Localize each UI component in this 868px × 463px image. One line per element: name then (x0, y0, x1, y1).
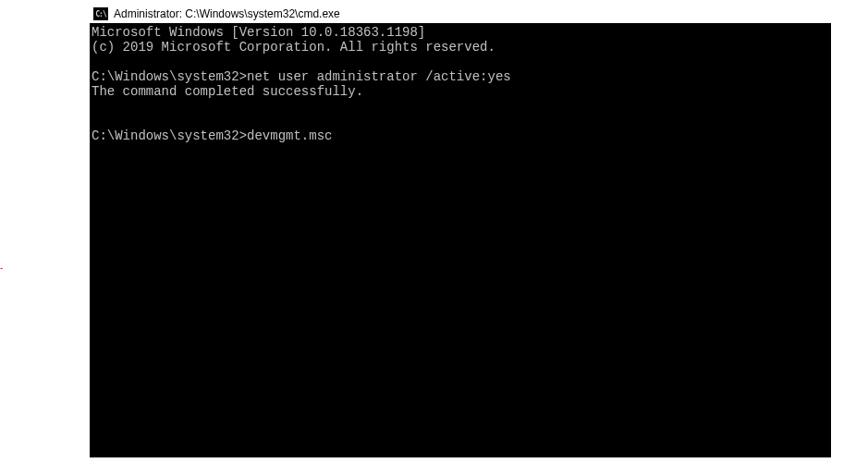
cmd-window: C:\ Administrator: C:\Windows\system32\c… (90, 5, 831, 457)
titlebar[interactable]: C:\ Administrator: C:\Windows\system32\c… (90, 5, 831, 23)
window-title: Administrator: C:\Windows\system32\cmd.e… (114, 7, 340, 20)
console-version-line: Microsoft Windows [Version 10.0.18363.11… (92, 25, 425, 40)
console-prompt: C:\Windows\system32> (92, 128, 247, 143)
console-command: devmgmt.msc (247, 128, 332, 143)
console-command: net user administrator /active:yes (247, 69, 511, 84)
console-result: The command completed successfully. (92, 84, 363, 99)
console-copyright-line: (c) 2019 Microsoft Corporation. All righ… (92, 40, 495, 55)
console-area[interactable]: Microsoft Windows [Version 10.0.18363.11… (90, 23, 831, 457)
cmd-icon: C:\ (93, 7, 108, 20)
console-prompt: C:\Windows\system32> (92, 69, 247, 84)
cursor (332, 138, 339, 140)
stray-dash-mark: - (0, 262, 3, 273)
